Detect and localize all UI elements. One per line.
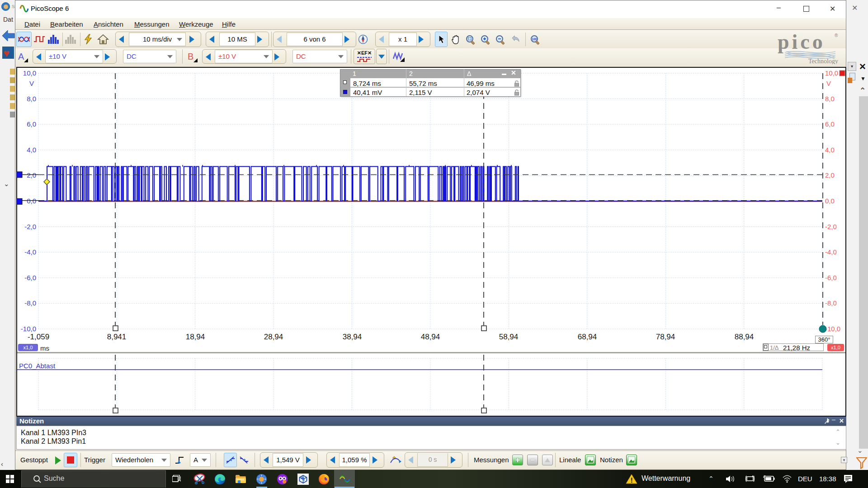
svg-text:38,94: 38,94 <box>343 333 362 341</box>
svg-text:-1,059: -1,059 <box>28 333 49 341</box>
svg-text:-4,0: -4,0 <box>825 248 837 256</box>
svg-text:88,94: 88,94 <box>735 333 754 341</box>
svg-text:-2,0: -2,0 <box>24 223 36 230</box>
svg-text:pico: pico <box>778 32 826 53</box>
svg-text:6,0: 6,0 <box>27 120 36 128</box>
svg-text:-6,0: -6,0 <box>825 274 837 282</box>
svg-text:100: 100 <box>532 38 537 41</box>
svg-text:-6,0: -6,0 <box>24 274 36 282</box>
svg-text:0,0: 0,0 <box>825 197 835 205</box>
svg-text:-10,0: -10,0 <box>21 325 36 333</box>
svg-text:V: V <box>826 80 831 87</box>
svg-text:10,0: 10,0 <box>825 69 838 77</box>
svg-text:48,94: 48,94 <box>421 333 440 341</box>
svg-text:V: V <box>29 80 34 87</box>
svg-text:4,0: 4,0 <box>27 146 36 154</box>
svg-text:18,94: 18,94 <box>186 333 205 341</box>
svg-text:8,0: 8,0 <box>27 95 36 103</box>
svg-text:2,0: 2,0 <box>825 171 835 179</box>
svg-text:68,94: 68,94 <box>578 333 597 341</box>
svg-text:PC0_Abtast: PC0_Abtast <box>19 362 56 370</box>
svg-text:✕EF✕: ✕EF✕ <box>357 50 372 56</box>
svg-text:8,0: 8,0 <box>825 95 835 103</box>
svg-text:-2,0: -2,0 <box>825 223 837 230</box>
svg-text:4,0: 4,0 <box>825 146 835 154</box>
svg-text:Technology: Technology <box>808 58 838 64</box>
svg-text:6,0: 6,0 <box>825 120 835 128</box>
svg-text:-8,0: -8,0 <box>825 299 837 307</box>
svg-text:-4,0: -4,0 <box>24 248 36 256</box>
svg-text:78,94: 78,94 <box>656 333 675 341</box>
svg-text:-8,0: -8,0 <box>24 299 36 307</box>
svg-text:2,0: 2,0 <box>27 171 36 179</box>
svg-text:-10,0: -10,0 <box>825 325 840 333</box>
svg-text:28,94: 28,94 <box>264 333 283 341</box>
svg-text:10,0: 10,0 <box>23 69 36 77</box>
svg-text:58,94: 58,94 <box>499 333 519 341</box>
svg-text:8,941: 8,941 <box>107 333 127 341</box>
svg-text:®: ® <box>835 33 838 38</box>
